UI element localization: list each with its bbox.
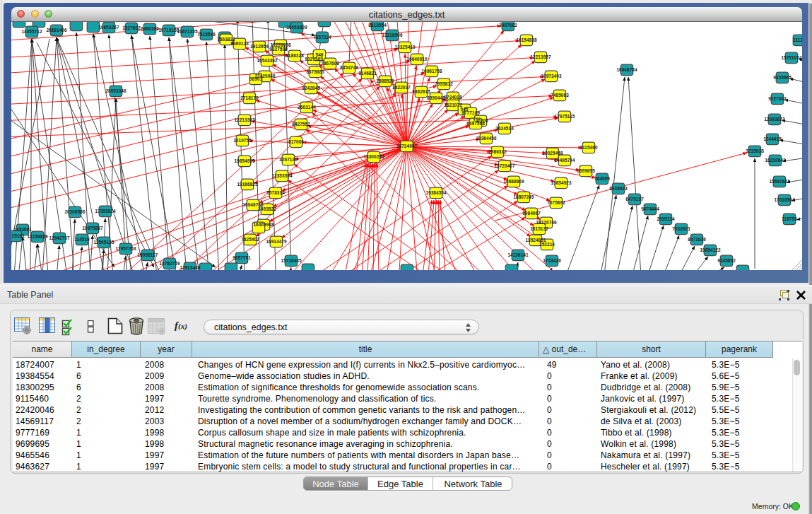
svg-text:1244415: 1244415 [763,136,782,141]
svg-text:16543362: 16543362 [257,58,278,63]
svg-text:252214: 252214 [539,242,555,247]
svg-text:17975115: 17975115 [555,114,575,119]
svg-text:5578334: 5578334 [266,190,285,195]
svg-text:8186328: 8186328 [286,53,304,58]
svg-text:1527602: 1527602 [122,25,141,30]
svg-text:10654122: 10654122 [700,247,721,252]
svg-text:2487682: 2487682 [499,23,517,28]
svg-text:9115460: 9115460 [579,145,598,150]
svg-text:8454749: 8454749 [340,65,358,70]
svg-text:0699695: 0699695 [577,168,595,173]
svg-text:1733426: 1733426 [543,258,561,263]
svg-text:9327508: 9327508 [269,47,288,52]
svg-text:9227342: 9227342 [768,96,787,101]
svg-text:9474444: 9474444 [641,206,659,211]
svg-text:13325419: 13325419 [394,45,416,49]
svg-text:12213363: 12213363 [234,117,255,122]
svg-text:19384554: 19384554 [425,190,447,195]
svg-text:17353924: 17353924 [95,209,116,214]
svg-text:9984067: 9984067 [522,211,541,216]
svg-text:20364456: 20364456 [476,136,497,141]
svg-text:18300295: 18300295 [363,154,384,159]
svg-text:3267130: 3267130 [279,157,298,162]
svg-text:15692921: 15692921 [769,179,790,184]
svg-text:2718170: 2718170 [240,95,259,100]
svg-text:16648784: 16648784 [616,67,637,72]
svg-text:15751074: 15751074 [781,55,802,60]
svg-text:20053346: 20053346 [105,88,126,93]
svg-text:6990448: 6990448 [427,95,445,100]
svg-text:17016504: 17016504 [774,197,795,202]
svg-text:546: 546 [316,52,324,57]
svg-text:7075692: 7075692 [547,200,565,205]
svg-text:3375685: 3375685 [306,69,324,74]
svg-text:1621072: 1621072 [444,103,462,107]
svg-text:18807249: 18807249 [513,194,534,199]
svg-text:12093872: 12093872 [764,117,785,122]
svg-text:7955812: 7955812 [435,81,453,86]
svg-text:1362615: 1362615 [412,89,430,94]
svg-text:9146821: 9146821 [358,71,377,76]
svg-text:16914479: 16914479 [266,239,287,244]
svg-text:12213957: 12213957 [530,54,551,59]
svg-text:20691406: 20691406 [46,28,67,33]
svg-text:164095: 164095 [594,176,610,181]
svg-text:20206586: 20206586 [64,209,86,214]
svg-text:12353594: 12353594 [271,173,293,178]
svg-text:17957253: 17957253 [115,246,136,251]
svg-text:6497568: 6497568 [466,121,485,126]
svg-text:18724007: 18724007 [396,144,418,148]
svg-text:14055712: 14055712 [21,29,42,34]
svg-text:2935114: 2935114 [657,216,675,221]
svg-text:8938923: 8938923 [609,186,628,191]
svg-text:12942737: 12942737 [49,235,70,240]
svg-text:8660123: 8660123 [230,41,249,46]
svg-text:2986312: 2986312 [488,149,507,154]
svg-text:7485063: 7485063 [551,93,569,98]
svg-text:116753: 116753 [782,216,797,221]
svg-text:10025458: 10025458 [542,151,563,156]
svg-text:10688609: 10688609 [503,179,524,184]
svg-text:9734028: 9734028 [444,95,462,100]
svg-text:15716485: 15716485 [281,258,302,263]
svg-text:13654923: 13654923 [551,180,572,185]
svg-text:12505135: 12505135 [93,240,114,245]
svg-text:10973493: 10973493 [541,74,562,78]
svg-text:10653267: 10653267 [98,25,119,30]
svg-text:16053809: 16053809 [286,25,307,30]
svg-text:3822037: 3822037 [392,85,411,90]
svg-text:98901: 98901 [249,76,263,81]
svg-text:16640910: 16640910 [406,57,428,62]
svg-text:8471626: 8471626 [688,237,706,242]
svg-text:9245652: 9245652 [717,258,736,263]
svg-text:7632621: 7632621 [672,226,690,231]
svg-text:6479197: 6479197 [625,197,644,201]
svg-text:14136141: 14136141 [507,252,529,257]
svg-text:16961758: 16961758 [421,69,442,74]
svg-text:7515546: 7515546 [197,32,216,37]
svg-text:14495794: 14495794 [554,158,575,163]
svg-text:16120746: 16120746 [536,220,557,225]
svg-text:9657791: 9657791 [233,255,251,260]
svg-text:8813054: 8813054 [368,23,387,28]
svg-text:12923448: 12923448 [180,265,201,270]
svg-text:10782759: 10782759 [159,261,180,266]
svg-text:16671355: 16671355 [177,29,198,34]
svg-text:7625402: 7625402 [241,237,259,242]
svg-text:16154838: 16154838 [516,37,537,42]
svg-text:1615132: 1615132 [530,226,548,231]
svg-text:817006: 817006 [288,139,304,144]
svg-text:9242845: 9242845 [302,86,320,90]
svg-text:1493822: 1493822 [258,206,276,211]
svg-text:12156829: 12156829 [27,234,48,239]
svg-text:19654935: 19654935 [234,158,255,163]
svg-text:13218906: 13218906 [382,33,403,37]
svg-text:2603144: 2603144 [298,105,316,110]
svg-text:3915161: 3915161 [11,233,25,238]
svg-text:6466160: 6466160 [141,26,159,31]
svg-text:16210643: 16210643 [765,158,786,163]
svg-text:1010755: 1010755 [233,138,252,143]
svg-text:3624514: 3624514 [495,126,514,131]
svg-text:2867608: 2867608 [321,61,339,66]
svg-text:16409948: 16409948 [253,222,274,227]
